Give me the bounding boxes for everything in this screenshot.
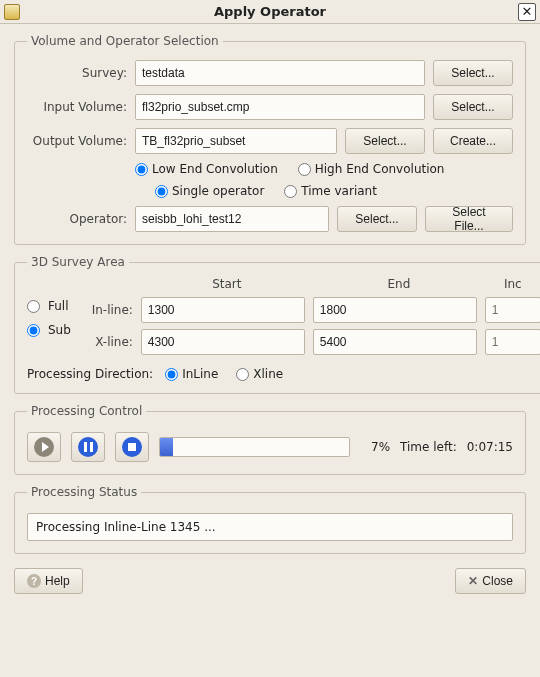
- end-header: End: [313, 277, 485, 291]
- volume-operator-legend: Volume and Operator Selection: [27, 34, 223, 48]
- operator-select-button[interactable]: Select...: [337, 206, 417, 232]
- operator-select-file-button[interactable]: Select File...: [425, 206, 513, 232]
- processing-status-group: Processing Status Processing Inline-Line…: [14, 485, 526, 554]
- xline-inc-input[interactable]: [485, 329, 540, 355]
- inline-end-input[interactable]: [313, 297, 477, 323]
- input-volume-input[interactable]: [135, 94, 425, 120]
- output-volume-select-button[interactable]: Select...: [345, 128, 425, 154]
- window-title: Apply Operator: [0, 4, 540, 19]
- procdir-xline-radio[interactable]: [236, 368, 249, 381]
- inline-inc-input[interactable]: [485, 297, 540, 323]
- pause-icon: [78, 437, 98, 457]
- stop-button[interactable]: [115, 432, 149, 462]
- processing-control-group: Processing Control 7% Time left: 0:07:15: [14, 404, 526, 475]
- time-variant-option[interactable]: Time variant: [284, 184, 377, 198]
- convolution-radio-group: Low End Convolution High End Convolution: [135, 162, 513, 176]
- sub-option[interactable]: Sub: [27, 323, 71, 337]
- progress-bar: [159, 437, 350, 457]
- pause-button[interactable]: [71, 432, 105, 462]
- procdir-inline-radio[interactable]: [165, 368, 178, 381]
- help-button[interactable]: ? Help: [14, 568, 83, 594]
- titlebar: Apply Operator ✕: [0, 0, 540, 24]
- play-button[interactable]: [27, 432, 61, 462]
- inline-label: In-line:: [85, 303, 133, 317]
- output-volume-create-button[interactable]: Create...: [433, 128, 513, 154]
- xline-label: X-line:: [85, 335, 133, 349]
- processing-status-legend: Processing Status: [27, 485, 141, 499]
- operator-label: Operator:: [27, 212, 127, 226]
- sub-radio[interactable]: [27, 324, 40, 337]
- full-option[interactable]: Full: [27, 299, 71, 313]
- play-icon: [34, 437, 54, 457]
- processing-control-legend: Processing Control: [27, 404, 146, 418]
- procdir-inline-option[interactable]: InLine: [165, 367, 218, 381]
- full-radio[interactable]: [27, 300, 40, 313]
- operator-input[interactable]: [135, 206, 329, 232]
- stop-icon: [122, 437, 142, 457]
- processing-direction-group: Processing Direction: InLine Xline: [27, 367, 540, 381]
- processing-direction-label: Processing Direction:: [27, 367, 153, 381]
- single-operator-option[interactable]: Single operator: [155, 184, 264, 198]
- inline-start-input[interactable]: [141, 297, 305, 323]
- xline-start-input[interactable]: [141, 329, 305, 355]
- volume-operator-group: Volume and Operator Selection Survey: Se…: [14, 34, 526, 245]
- survey-area-group: 3D Survey Area Full Sub Start End Inc In…: [14, 255, 540, 394]
- low-end-convolution-option[interactable]: Low End Convolution: [135, 162, 278, 176]
- survey-area-legend: 3D Survey Area: [27, 255, 129, 269]
- input-volume-select-button[interactable]: Select...: [433, 94, 513, 120]
- output-volume-input[interactable]: [135, 128, 337, 154]
- time-left-label: Time left:: [400, 440, 457, 454]
- close-button[interactable]: ✕ Close: [455, 568, 526, 594]
- time-left-value: 0:07:15: [467, 440, 513, 454]
- high-end-convolution-option[interactable]: High End Convolution: [298, 162, 445, 176]
- progress-percent: 7%: [360, 440, 390, 454]
- operator-mode-radio-group: Single operator Time variant: [155, 184, 513, 198]
- xline-end-input[interactable]: [313, 329, 477, 355]
- help-icon: ?: [27, 574, 41, 588]
- high-end-convolution-radio[interactable]: [298, 163, 311, 176]
- survey-input[interactable]: [135, 60, 425, 86]
- processing-status-text: Processing Inline-Line 1345 ...: [27, 513, 513, 541]
- low-end-convolution-radio[interactable]: [135, 163, 148, 176]
- output-volume-label: Output Volume:: [27, 134, 127, 148]
- input-volume-label: Input Volume:: [27, 100, 127, 114]
- progress-fill: [160, 438, 173, 456]
- start-header: Start: [141, 277, 313, 291]
- single-operator-radio[interactable]: [155, 185, 168, 198]
- survey-extent-radio-group: Full Sub: [27, 277, 71, 355]
- close-icon: ✕: [468, 574, 478, 588]
- time-variant-radio[interactable]: [284, 185, 297, 198]
- inc-header: Inc: [485, 277, 540, 291]
- survey-label: Survey:: [27, 66, 127, 80]
- survey-select-button[interactable]: Select...: [433, 60, 513, 86]
- procdir-xline-option[interactable]: Xline: [236, 367, 283, 381]
